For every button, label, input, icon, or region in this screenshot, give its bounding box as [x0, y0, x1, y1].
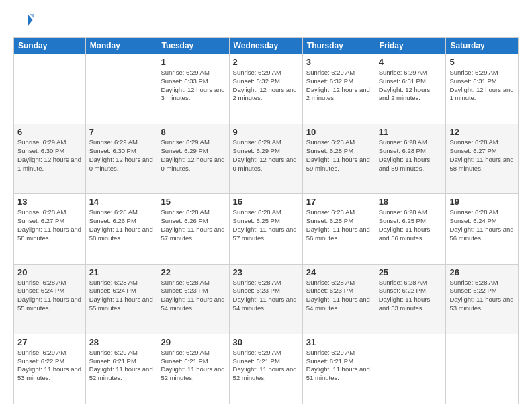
page: SundayMondayTuesdayWednesdayThursdayFrid… — [0, 0, 532, 411]
day-info: Sunrise: 6:28 AM Sunset: 6:24 PM Dayligh… — [17, 279, 82, 313]
day-info: Sunrise: 6:29 AM Sunset: 6:29 PM Dayligh… — [161, 138, 225, 173]
weekday-header-sunday: Sunday — [14, 38, 86, 54]
day-info: Sunrise: 6:28 AM Sunset: 6:25 PM Dayligh… — [306, 208, 371, 242]
day-info: Sunrise: 6:29 AM Sunset: 6:21 PM Dayligh… — [89, 349, 154, 383]
calendar-cell: 4Sunrise: 6:29 AM Sunset: 6:31 PM Daylig… — [375, 54, 446, 124]
day-info: Sunrise: 6:28 AM Sunset: 6:28 PM Dayligh… — [379, 138, 443, 173]
day-info: Sunrise: 6:29 AM Sunset: 6:30 PM Dayligh… — [17, 138, 82, 173]
calendar-cell: 30Sunrise: 6:29 AM Sunset: 6:21 PM Dayli… — [229, 334, 302, 404]
calendar-cell: 18Sunrise: 6:28 AM Sunset: 6:25 PM Dayli… — [375, 194, 446, 264]
calendar-week-3: 13Sunrise: 6:28 AM Sunset: 6:27 PM Dayli… — [14, 194, 519, 264]
day-number: 12 — [449, 127, 515, 137]
weekday-header-monday: Monday — [85, 38, 157, 54]
calendar-cell: 20Sunrise: 6:28 AM Sunset: 6:24 PM Dayli… — [14, 264, 86, 334]
calendar-cell — [446, 334, 519, 404]
calendar-table: SundayMondayTuesdayWednesdayThursdayFrid… — [13, 37, 519, 404]
calendar-cell: 23Sunrise: 6:28 AM Sunset: 6:23 PM Dayli… — [229, 264, 302, 334]
calendar-cell: 29Sunrise: 6:29 AM Sunset: 6:21 PM Dayli… — [157, 334, 229, 404]
day-number: 13 — [17, 197, 82, 207]
day-info: Sunrise: 6:28 AM Sunset: 6:25 PM Dayligh… — [233, 208, 299, 242]
weekday-header-tuesday: Tuesday — [157, 38, 229, 54]
day-number: 1 — [161, 57, 225, 67]
day-number: 28 — [89, 337, 154, 347]
calendar-cell: 22Sunrise: 6:28 AM Sunset: 6:23 PM Dayli… — [157, 264, 229, 334]
day-number: 22 — [161, 267, 225, 277]
calendar-cell: 28Sunrise: 6:29 AM Sunset: 6:21 PM Dayli… — [85, 334, 157, 404]
day-number: 21 — [89, 267, 154, 277]
weekday-header-wednesday: Wednesday — [229, 38, 302, 54]
day-number: 2 — [233, 57, 299, 67]
day-number: 30 — [233, 337, 299, 347]
header — [13, 10, 519, 30]
calendar-cell: 10Sunrise: 6:28 AM Sunset: 6:28 PM Dayli… — [302, 124, 375, 194]
day-number: 14 — [89, 197, 154, 207]
calendar-week-1: 1Sunrise: 6:29 AM Sunset: 6:33 PM Daylig… — [14, 54, 519, 124]
day-info: Sunrise: 6:29 AM Sunset: 6:21 PM Dayligh… — [161, 349, 225, 383]
day-info: Sunrise: 6:29 AM Sunset: 6:33 PM Dayligh… — [161, 68, 225, 103]
day-info: Sunrise: 6:28 AM Sunset: 6:27 PM Dayligh… — [17, 208, 82, 242]
day-number: 29 — [161, 337, 225, 347]
weekday-header-saturday: Saturday — [446, 38, 519, 54]
day-number: 11 — [379, 127, 443, 137]
day-info: Sunrise: 6:28 AM Sunset: 6:27 PM Dayligh… — [449, 138, 515, 173]
day-number: 23 — [233, 267, 299, 277]
day-number: 10 — [306, 127, 371, 137]
logo-icon — [13, 10, 34, 30]
calendar-body: 1Sunrise: 6:29 AM Sunset: 6:33 PM Daylig… — [14, 54, 519, 404]
calendar-header: SundayMondayTuesdayWednesdayThursdayFrid… — [14, 38, 519, 54]
day-info: Sunrise: 6:28 AM Sunset: 6:22 PM Dayligh… — [379, 279, 443, 313]
day-number: 18 — [379, 197, 443, 207]
calendar-cell: 6Sunrise: 6:29 AM Sunset: 6:30 PM Daylig… — [14, 124, 86, 194]
day-number: 9 — [233, 127, 299, 137]
day-number: 27 — [17, 337, 82, 347]
day-number: 19 — [449, 197, 515, 207]
day-info: Sunrise: 6:29 AM Sunset: 6:22 PM Dayligh… — [17, 349, 82, 383]
calendar-week-4: 20Sunrise: 6:28 AM Sunset: 6:24 PM Dayli… — [14, 264, 519, 334]
day-info: Sunrise: 6:28 AM Sunset: 6:23 PM Dayligh… — [161, 279, 225, 313]
calendar-cell: 16Sunrise: 6:28 AM Sunset: 6:25 PM Dayli… — [229, 194, 302, 264]
day-info: Sunrise: 6:29 AM Sunset: 6:31 PM Dayligh… — [379, 68, 443, 103]
day-info: Sunrise: 6:29 AM Sunset: 6:21 PM Dayligh… — [233, 349, 299, 383]
day-number: 3 — [306, 57, 371, 67]
calendar-week-2: 6Sunrise: 6:29 AM Sunset: 6:30 PM Daylig… — [14, 124, 519, 194]
day-info: Sunrise: 6:29 AM Sunset: 6:21 PM Dayligh… — [306, 349, 371, 383]
day-info: Sunrise: 6:28 AM Sunset: 6:23 PM Dayligh… — [233, 279, 299, 313]
calendar-cell: 13Sunrise: 6:28 AM Sunset: 6:27 PM Dayli… — [14, 194, 86, 264]
calendar-cell: 21Sunrise: 6:28 AM Sunset: 6:24 PM Dayli… — [85, 264, 157, 334]
calendar-cell — [85, 54, 157, 124]
calendar-cell: 19Sunrise: 6:28 AM Sunset: 6:24 PM Dayli… — [446, 194, 519, 264]
calendar-week-5: 27Sunrise: 6:29 AM Sunset: 6:22 PM Dayli… — [14, 334, 519, 404]
calendar-cell: 3Sunrise: 6:29 AM Sunset: 6:32 PM Daylig… — [302, 54, 375, 124]
calendar-cell — [375, 334, 446, 404]
calendar-cell: 24Sunrise: 6:28 AM Sunset: 6:23 PM Dayli… — [302, 264, 375, 334]
day-number: 15 — [161, 197, 225, 207]
day-number: 31 — [306, 337, 371, 347]
calendar-cell: 11Sunrise: 6:28 AM Sunset: 6:28 PM Dayli… — [375, 124, 446, 194]
calendar-cell: 7Sunrise: 6:29 AM Sunset: 6:30 PM Daylig… — [85, 124, 157, 194]
day-number: 26 — [449, 267, 515, 277]
calendar-cell — [14, 54, 86, 124]
calendar-cell: 26Sunrise: 6:28 AM Sunset: 6:22 PM Dayli… — [446, 264, 519, 334]
day-info: Sunrise: 6:29 AM Sunset: 6:31 PM Dayligh… — [449, 68, 515, 103]
calendar-cell: 15Sunrise: 6:28 AM Sunset: 6:26 PM Dayli… — [157, 194, 229, 264]
calendar-cell: 12Sunrise: 6:28 AM Sunset: 6:27 PM Dayli… — [446, 124, 519, 194]
day-info: Sunrise: 6:28 AM Sunset: 6:26 PM Dayligh… — [161, 208, 225, 242]
day-number: 17 — [306, 197, 371, 207]
calendar-cell: 5Sunrise: 6:29 AM Sunset: 6:31 PM Daylig… — [446, 54, 519, 124]
calendar-cell: 14Sunrise: 6:28 AM Sunset: 6:26 PM Dayli… — [85, 194, 157, 264]
day-info: Sunrise: 6:29 AM Sunset: 6:29 PM Dayligh… — [233, 138, 299, 173]
day-info: Sunrise: 6:28 AM Sunset: 6:24 PM Dayligh… — [449, 208, 515, 242]
weekday-header-row: SundayMondayTuesdayWednesdayThursdayFrid… — [14, 38, 519, 54]
calendar-cell: 25Sunrise: 6:28 AM Sunset: 6:22 PM Dayli… — [375, 264, 446, 334]
day-info: Sunrise: 6:28 AM Sunset: 6:22 PM Dayligh… — [449, 279, 515, 313]
calendar-cell: 27Sunrise: 6:29 AM Sunset: 6:22 PM Dayli… — [14, 334, 86, 404]
day-info: Sunrise: 6:28 AM Sunset: 6:28 PM Dayligh… — [306, 138, 371, 173]
logo — [13, 10, 36, 30]
day-number: 7 — [89, 127, 154, 137]
day-number: 25 — [379, 267, 443, 277]
day-number: 24 — [306, 267, 371, 277]
day-number: 20 — [17, 267, 82, 277]
day-number: 6 — [17, 127, 82, 137]
calendar-cell: 9Sunrise: 6:29 AM Sunset: 6:29 PM Daylig… — [229, 124, 302, 194]
day-number: 4 — [379, 57, 443, 67]
